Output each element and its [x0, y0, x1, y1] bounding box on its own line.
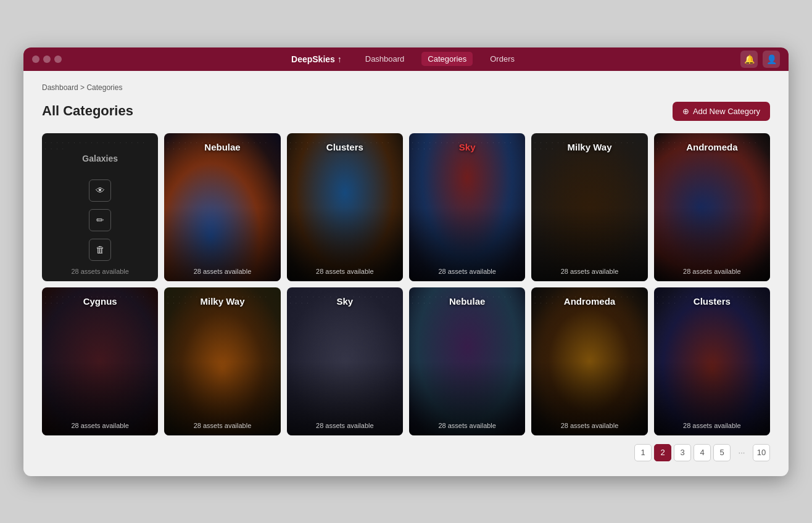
clusters2-assets: 28 assets available	[654, 422, 770, 429]
page-btn-2[interactable]: 2	[654, 444, 671, 461]
user-icon: 👤	[766, 54, 777, 64]
page-btn-dots: ···	[733, 444, 750, 461]
card-overlay	[287, 287, 403, 435]
category-card-nebulae1[interactable]: Nebulae 28 assets available	[164, 133, 280, 281]
view-button[interactable]: 👁	[89, 179, 111, 202]
plus-icon: ⊕	[682, 107, 689, 116]
cygnus-title: Cygnus	[42, 296, 158, 307]
nebulae1-title: Nebulae	[164, 142, 280, 152]
main-content: Dashboard > Categories All Categories ⊕ …	[23, 71, 789, 476]
card-overlay	[164, 133, 280, 281]
breadcrumb-separator: >	[80, 83, 85, 92]
page-title: All Categories	[42, 103, 133, 119]
bell-icon-btn[interactable]: 🔔	[740, 51, 758, 68]
page-header: All Categories ⊕ Add New Category	[42, 102, 770, 121]
dot-close[interactable]	[32, 56, 39, 63]
galaxies-assets: 28 assets available	[42, 268, 158, 275]
card-overlay	[654, 287, 770, 435]
app-brand: DeepSkies ↑	[291, 54, 342, 64]
edit-icon: ✏	[96, 215, 104, 226]
category-card-milkyway1[interactable]: Milky Way 28 assets available	[531, 133, 647, 281]
card-overlay	[531, 133, 647, 281]
card-overlay	[409, 287, 525, 435]
nav-bar: DeepSkies ↑ Dashboard Categories Orders	[291, 52, 521, 66]
dot-minimize[interactable]	[43, 56, 51, 63]
andromeda1-title: Andromeda	[654, 142, 770, 152]
page-btn-3[interactable]: 3	[674, 444, 691, 461]
user-icon-btn[interactable]: 👤	[763, 51, 780, 68]
clusters1-assets: 28 assets available	[287, 268, 403, 275]
sky1-title: Sky	[409, 142, 525, 152]
page-btn-10[interactable]: 10	[753, 444, 770, 461]
milkyway1-title: Milky Way	[531, 142, 647, 152]
cygnus-assets: 28 assets available	[42, 422, 158, 429]
breadcrumb-parent[interactable]: Dashboard	[42, 83, 78, 92]
card-overlay	[287, 133, 403, 281]
view-icon: 👁	[96, 185, 105, 196]
card-overlay	[654, 133, 770, 281]
delete-icon: 🗑	[96, 244, 105, 255]
nav-categories[interactable]: Categories	[421, 52, 473, 66]
card-overlay	[42, 287, 158, 435]
breadcrumb-current: Categories	[86, 83, 122, 92]
page-btn-4[interactable]: 4	[694, 444, 711, 461]
galaxies-title: Galaxies	[82, 154, 118, 163]
bell-icon: 🔔	[744, 54, 755, 64]
category-card-nebulae2[interactable]: Nebulae 28 assets available	[409, 287, 525, 435]
category-card-cygnus[interactable]: Cygnus 28 assets available	[42, 287, 158, 435]
milkyway1-assets: 28 assets available	[531, 268, 647, 275]
card-overlay	[164, 287, 280, 435]
card-overlay	[409, 133, 525, 281]
andromeda2-assets: 28 assets available	[531, 422, 647, 429]
category-card-galaxies[interactable]: Galaxies 👁 ✏ 🗑 28 assets available	[42, 133, 158, 281]
breadcrumb: Dashboard > Categories	[42, 83, 770, 92]
category-card-sky1[interactable]: Sky 28 assets available	[409, 133, 525, 281]
delete-button[interactable]: 🗑	[89, 239, 111, 261]
pagination: 1 2 3 4 5 ··· 10	[42, 444, 770, 461]
nav-orders[interactable]: Orders	[484, 52, 521, 66]
dot-maximize[interactable]	[54, 56, 62, 63]
category-card-milkyway2[interactable]: Milky Way 28 assets available	[164, 287, 280, 435]
nav-dashboard[interactable]: Dashboard	[359, 52, 411, 66]
milkyway2-title: Milky Way	[164, 296, 280, 307]
category-card-clusters1[interactable]: Clusters 28 assets available	[287, 133, 403, 281]
clusters1-title: Clusters	[287, 142, 403, 152]
category-card-clusters2[interactable]: Clusters 28 assets available	[654, 287, 770, 435]
categories-grid-row1: Galaxies 👁 ✏ 🗑 28 assets available Nebul…	[42, 133, 770, 281]
category-card-andromeda1[interactable]: Andromeda 28 assets available	[654, 133, 770, 281]
milkyway2-assets: 28 assets available	[164, 422, 280, 429]
add-new-category-button[interactable]: ⊕ Add New Category	[673, 102, 770, 121]
window-controls	[32, 56, 62, 63]
category-card-sky2[interactable]: Sky 28 assets available	[287, 287, 403, 435]
sky2-assets: 28 assets available	[287, 422, 403, 429]
nebulae2-title: Nebulae	[409, 296, 525, 307]
sky1-assets: 28 assets available	[409, 268, 525, 275]
card-overlay	[531, 287, 647, 435]
edit-button[interactable]: ✏	[89, 209, 111, 231]
titlebar-actions: 🔔 👤	[740, 51, 780, 68]
categories-grid-row2: Cygnus 28 assets available Milky Way 28 …	[42, 287, 770, 435]
add-btn-label: Add New Category	[693, 107, 760, 116]
nebulae1-assets: 28 assets available	[164, 268, 280, 275]
clusters2-title: Clusters	[654, 296, 770, 307]
category-card-andromeda2[interactable]: Andromeda 28 assets available	[531, 287, 647, 435]
sky2-title: Sky	[287, 296, 403, 307]
andromeda2-title: Andromeda	[531, 296, 647, 307]
titlebar: DeepSkies ↑ Dashboard Categories Orders …	[23, 47, 789, 71]
page-btn-5[interactable]: 5	[713, 444, 731, 461]
nebulae2-assets: 28 assets available	[409, 422, 525, 429]
app-window: DeepSkies ↑ Dashboard Categories Orders …	[23, 47, 789, 476]
page-btn-1[interactable]: 1	[634, 444, 652, 461]
andromeda1-assets: 28 assets available	[654, 268, 770, 275]
